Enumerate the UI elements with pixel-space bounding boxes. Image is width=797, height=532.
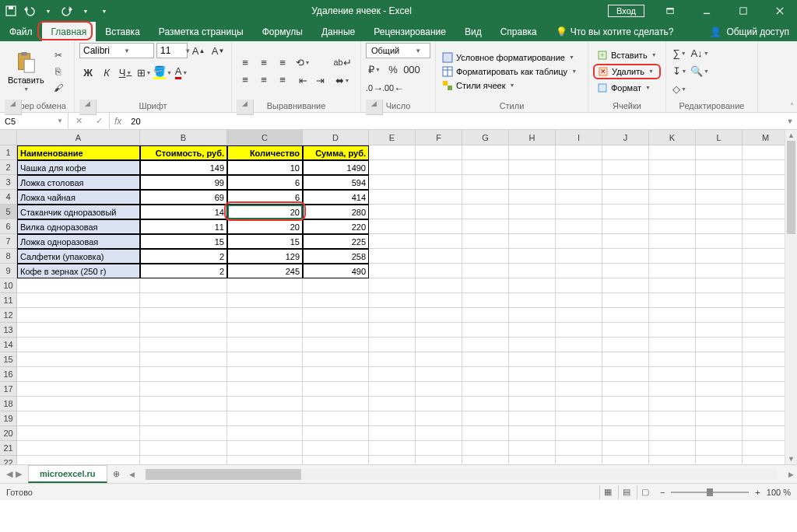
cell[interactable] (649, 323, 696, 338)
cell[interactable] (140, 397, 227, 411)
cell[interactable] (556, 160, 602, 175)
align-right-icon[interactable]: ≡ (274, 72, 291, 88)
cell[interactable] (743, 338, 789, 352)
menu-share[interactable]: Общий доступ (726, 26, 789, 37)
border-icon[interactable]: ⊞▼ (135, 65, 153, 80)
cell[interactable] (602, 308, 649, 323)
cell[interactable] (509, 160, 556, 175)
menu-view[interactable]: Вид (455, 22, 491, 41)
format-as-table-button[interactable]: Форматировать как таблицу▼ (441, 65, 578, 78)
cell[interactable] (416, 411, 462, 426)
cell[interactable] (696, 145, 743, 160)
sort-filter-icon[interactable]: A↓▼ (691, 46, 708, 61)
cell[interactable] (743, 175, 789, 190)
col-header-G[interactable]: G (462, 130, 509, 145)
cell[interactable] (556, 175, 602, 190)
cell[interactable] (17, 323, 140, 338)
cell[interactable] (416, 219, 462, 234)
cell[interactable] (556, 190, 602, 205)
cell[interactable] (227, 456, 303, 464)
bold-button[interactable]: Ж (79, 65, 97, 80)
dialog-launcher-icon[interactable]: ◢ (366, 100, 383, 115)
cell[interactable] (303, 382, 369, 397)
currency-icon[interactable]: ₽▼ (366, 61, 383, 77)
cell[interactable] (416, 323, 462, 338)
cell[interactable] (602, 205, 649, 219)
cell[interactable]: 15 (140, 234, 227, 249)
cell[interactable] (743, 308, 789, 323)
horizontal-scrollbar[interactable]: ◀ ▶ (126, 465, 797, 483)
align-middle-icon[interactable]: ≡ (255, 55, 272, 71)
col-header-E[interactable]: E (369, 130, 416, 145)
cell[interactable] (17, 397, 140, 411)
cell[interactable] (17, 411, 140, 426)
underline-button[interactable]: Ч▼ (117, 65, 134, 80)
cell[interactable]: Ложка столовая (17, 175, 140, 190)
cell[interactable] (303, 411, 369, 426)
cell[interactable] (743, 190, 789, 205)
cell[interactable] (303, 367, 369, 382)
format-painter-icon[interactable]: 🖌 (51, 81, 66, 95)
cell[interactable] (303, 441, 369, 456)
col-header-B[interactable]: B (140, 130, 227, 145)
cell[interactable] (602, 426, 649, 441)
cell[interactable] (602, 219, 649, 234)
cell[interactable] (227, 426, 303, 441)
cell[interactable] (696, 456, 743, 464)
menu-tellme[interactable]: 💡Что вы хотите сделать? (546, 22, 683, 41)
wrap-text-icon[interactable]: ab↵ (332, 54, 353, 70)
cell[interactable] (649, 367, 696, 382)
cell[interactable] (602, 160, 649, 175)
cell[interactable]: 6 (227, 175, 303, 190)
cell[interactable] (462, 323, 509, 338)
cell[interactable] (556, 145, 602, 160)
cell[interactable] (509, 338, 556, 352)
cell[interactable] (416, 190, 462, 205)
cell[interactable]: Стаканчик одноразовый (17, 205, 140, 219)
cell[interactable] (369, 397, 416, 411)
login-button[interactable]: Вход (608, 5, 644, 17)
fx-icon[interactable]: fx (110, 113, 126, 129)
cell[interactable] (509, 249, 556, 264)
menu-home[interactable]: Главная (42, 22, 97, 41)
cell[interactable] (416, 397, 462, 411)
cell[interactable] (303, 278, 369, 293)
cell[interactable]: 258 (303, 249, 369, 264)
cell[interactable] (509, 441, 556, 456)
cell[interactable] (509, 234, 556, 249)
increase-indent-icon[interactable]: ⇥ (311, 72, 328, 88)
increase-font-icon[interactable]: A▲ (190, 43, 207, 58)
undo-dropdown-icon[interactable]: ▼ (42, 5, 54, 17)
cell[interactable] (696, 264, 743, 278)
cell[interactable] (227, 308, 303, 323)
cell[interactable]: Количество (227, 145, 303, 160)
cell[interactable] (743, 145, 789, 160)
cell[interactable] (227, 441, 303, 456)
cell[interactable] (369, 308, 416, 323)
cell[interactable] (696, 426, 743, 441)
cell[interactable] (649, 352, 696, 367)
sheet-tab[interactable]: microexcel.ru (28, 465, 107, 483)
cell[interactable] (649, 308, 696, 323)
cell[interactable]: 245 (227, 264, 303, 278)
cell[interactable] (743, 160, 789, 175)
cell[interactable] (602, 456, 649, 464)
row-header-5[interactable]: 5 (0, 205, 17, 219)
cell[interactable]: 2 (140, 264, 227, 278)
cell[interactable] (140, 411, 227, 426)
row-header-4[interactable]: 4 (0, 190, 17, 205)
cell[interactable] (556, 411, 602, 426)
cell[interactable] (602, 441, 649, 456)
cell[interactable] (227, 352, 303, 367)
cell[interactable] (556, 234, 602, 249)
cell[interactable] (556, 426, 602, 441)
cell[interactable] (696, 397, 743, 411)
cell[interactable] (369, 382, 416, 397)
cell[interactable] (416, 234, 462, 249)
redo-icon[interactable] (61, 5, 73, 17)
cell[interactable] (509, 323, 556, 338)
cell[interactable] (416, 249, 462, 264)
cell[interactable]: 490 (303, 264, 369, 278)
cell[interactable] (369, 411, 416, 426)
col-header-D[interactable]: D (303, 130, 369, 145)
